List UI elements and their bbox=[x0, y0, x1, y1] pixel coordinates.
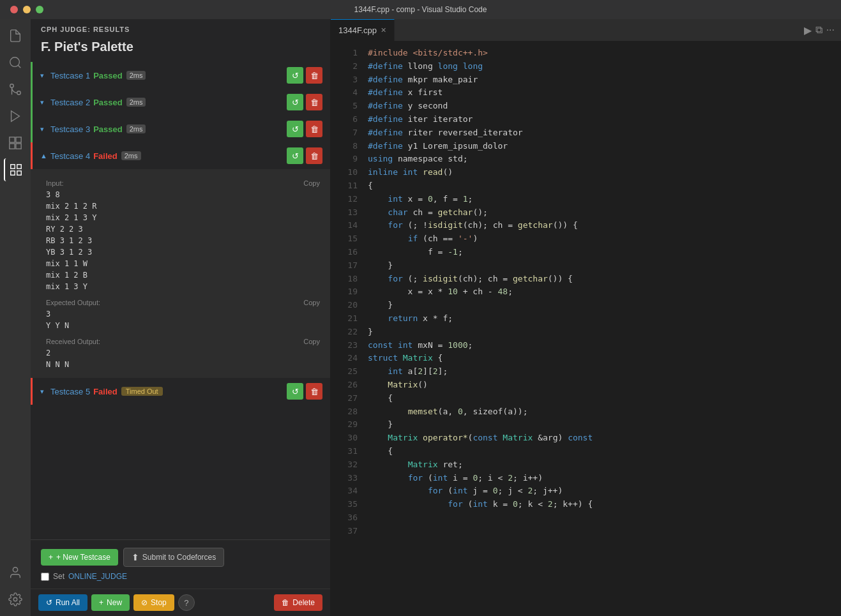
tc3-label: Testcase 3 bbox=[50, 124, 90, 134]
sidebar-header: CPH JUDGE: RESULTS bbox=[31, 19, 330, 37]
tc4-time: 2ms bbox=[121, 151, 141, 160]
tc3-delete-button[interactable]: 🗑 bbox=[306, 121, 322, 137]
tc3-actions: ↺ 🗑 bbox=[287, 121, 322, 137]
run-editor-button[interactable]: ▶ bbox=[804, 24, 812, 36]
tc4-actions: ↺ 🗑 bbox=[287, 147, 322, 164]
testcase-2-row[interactable]: ▾ Testcase 2 Passed 2ms ↺ 🗑 bbox=[31, 89, 330, 116]
tab-1344f[interactable]: 1344F.cpp ✕ bbox=[331, 19, 395, 41]
split-editor-button[interactable]: ⧉ bbox=[815, 24, 822, 36]
new-button[interactable]: + New bbox=[91, 594, 130, 611]
tc1-rerun-button[interactable]: ↺ bbox=[287, 67, 303, 84]
sidebar: CPH JUDGE: RESULTS F. Piet's Palette ▾ T… bbox=[31, 19, 331, 616]
tc2-chevron: ▾ bbox=[40, 98, 48, 107]
source-control-icon[interactable] bbox=[4, 78, 27, 101]
online-judge-row: Set ONLINE_JUDGE bbox=[41, 572, 320, 581]
tc2-time: 2ms bbox=[126, 98, 146, 107]
svg-rect-8 bbox=[16, 144, 21, 149]
tc5-chevron: ▾ bbox=[40, 387, 48, 396]
svg-point-0 bbox=[10, 57, 20, 67]
files-icon[interactable] bbox=[4, 24, 27, 47]
tc5-timeout: Timed Out bbox=[121, 387, 163, 396]
svg-line-1 bbox=[18, 65, 20, 68]
tc1-delete-button[interactable]: 🗑 bbox=[306, 67, 322, 84]
tab-1344f-label: 1344F.cpp bbox=[338, 26, 377, 35]
tc3-time: 2ms bbox=[126, 124, 146, 133]
run-all-button[interactable]: ↺ Run All bbox=[38, 594, 87, 611]
svg-rect-12 bbox=[17, 171, 21, 175]
stop-label: Stop bbox=[151, 598, 167, 607]
tc3-status: Passed bbox=[93, 124, 123, 134]
title-bar: ✕ − □ 1344F.cpp - comp - Visual Studio C… bbox=[0, 0, 841, 19]
tc4-delete-button[interactable]: 🗑 bbox=[306, 147, 322, 164]
input-copy-button[interactable]: Copy bbox=[303, 179, 320, 187]
svg-point-2 bbox=[17, 91, 21, 95]
sidebar-footer: + + New Testcase ⬆ Submit to Codeforces … bbox=[31, 539, 330, 589]
tc4-rerun-button[interactable]: ↺ bbox=[287, 147, 303, 164]
received-output-content: 2 N N N bbox=[46, 347, 320, 370]
online-judge-set-label: Set bbox=[53, 572, 64, 581]
submit-icon: ⬆ bbox=[132, 552, 139, 562]
svg-rect-6 bbox=[16, 137, 21, 142]
tc1-chevron: ▾ bbox=[40, 71, 48, 80]
help-button[interactable]: ? bbox=[178, 594, 195, 611]
tc1-actions: ↺ 🗑 bbox=[287, 67, 322, 84]
tc4-status: Failed bbox=[93, 151, 117, 161]
tc1-label: Testcase 1 bbox=[50, 71, 90, 80]
code-content[interactable]: #include <bits/stdc++.h>#define llong lo… bbox=[363, 41, 841, 616]
tc2-rerun-button[interactable]: ↺ bbox=[287, 94, 303, 110]
new-label: New bbox=[107, 598, 122, 607]
online-judge-checkbox[interactable] bbox=[41, 573, 49, 581]
testcase-4-row[interactable]: ▲ Testcase 4 Failed 2ms ↺ 🗑 bbox=[31, 142, 330, 169]
testcase-3-row[interactable]: ▾ Testcase 3 Passed 2ms ↺ 🗑 bbox=[31, 116, 330, 142]
received-output-label: Received Output: bbox=[46, 338, 100, 345]
run-all-label: Run All bbox=[56, 598, 80, 607]
cph-icon[interactable] bbox=[4, 158, 27, 181]
more-actions-button[interactable]: ··· bbox=[826, 24, 835, 36]
delete-button[interactable]: 🗑 Delete bbox=[274, 594, 322, 611]
account-icon[interactable] bbox=[4, 561, 27, 584]
tc5-rerun-button[interactable]: ↺ bbox=[287, 383, 303, 400]
footer-row-1: + + New Testcase ⬆ Submit to Codeforces bbox=[41, 548, 320, 567]
search-icon[interactable] bbox=[4, 51, 27, 74]
submit-button[interactable]: ⬆ Submit to Codeforces bbox=[123, 548, 224, 567]
new-testcase-plus-icon: + bbox=[49, 553, 53, 562]
stop-button[interactable]: ⊘ Stop bbox=[133, 594, 174, 611]
title-bar-title: 1344F.cpp - comp - Visual Studio Code bbox=[354, 5, 487, 14]
svg-point-3 bbox=[10, 84, 14, 88]
testcase-1-row[interactable]: ▾ Testcase 1 Passed 2ms ↺ 🗑 bbox=[31, 62, 330, 89]
tab-close-icon[interactable]: ✕ bbox=[381, 26, 386, 34]
tc4-chevron: ▲ bbox=[40, 152, 48, 160]
sidebar-title: F. Piet's Palette bbox=[31, 37, 330, 62]
input-label: Input: bbox=[46, 179, 64, 187]
settings-icon[interactable] bbox=[4, 588, 27, 611]
expected-copy-button[interactable]: Copy bbox=[303, 299, 320, 306]
close-button[interactable]: ✕ bbox=[10, 6, 18, 13]
svg-marker-4 bbox=[11, 111, 20, 122]
submit-label: Submit to Codeforces bbox=[142, 553, 216, 562]
testcase-4-detail: Input: Copy 3 8 mix 2 1 2 R mix 2 1 3 Y … bbox=[31, 169, 330, 378]
tc2-label: Testcase 2 bbox=[50, 98, 90, 107]
sidebar-content: ▾ Testcase 1 Passed 2ms ↺ 🗑 ▾ Testcase 2… bbox=[31, 62, 330, 539]
tc2-delete-button[interactable]: 🗑 bbox=[306, 94, 322, 110]
new-testcase-button[interactable]: + + New Testcase bbox=[41, 549, 118, 566]
run-icon[interactable] bbox=[4, 105, 27, 128]
tc5-status: Failed bbox=[93, 387, 117, 396]
run-all-icon: ↺ bbox=[46, 598, 52, 607]
tc4-label: Testcase 4 bbox=[50, 151, 90, 161]
tc3-chevron: ▾ bbox=[40, 125, 48, 133]
minimize-button[interactable]: − bbox=[23, 6, 31, 13]
testcase-5-row[interactable]: ▾ Testcase 5 Failed Timed Out ↺ 🗑 bbox=[31, 378, 330, 405]
code-editor[interactable]: 1234567891011121314151617181920212223242… bbox=[331, 41, 841, 616]
tc3-rerun-button[interactable]: ↺ bbox=[287, 121, 303, 137]
expected-output-content: 3 Y Y N bbox=[46, 308, 320, 331]
input-content: 3 8 mix 2 1 2 R mix 2 1 3 Y RY 2 2 3 RB … bbox=[46, 189, 320, 292]
delete-label: Delete bbox=[292, 598, 315, 607]
svg-point-14 bbox=[13, 597, 17, 601]
editor-tabs: 1344F.cpp ✕ ▶ ⧉ ··· bbox=[331, 19, 841, 41]
maximize-button[interactable]: □ bbox=[36, 6, 43, 13]
tc5-delete-button[interactable]: 🗑 bbox=[306, 383, 322, 400]
svg-rect-5 bbox=[10, 137, 15, 142]
svg-rect-7 bbox=[10, 144, 15, 149]
received-copy-button[interactable]: Copy bbox=[303, 338, 320, 345]
extensions-icon[interactable] bbox=[4, 131, 27, 154]
